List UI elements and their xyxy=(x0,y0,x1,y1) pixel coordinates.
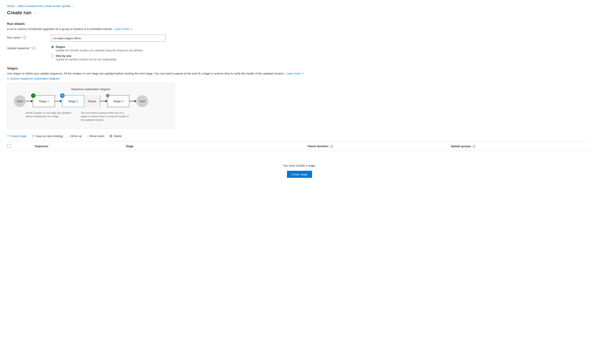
update-sequence-info-icon[interactable]: i xyxy=(32,47,35,50)
annot-left: All the clusters in one stage are update… xyxy=(26,111,72,122)
stage3-node: Stage 3 xyxy=(107,95,129,107)
stages-learn-more[interactable]: Learn more xyxy=(286,72,301,75)
run-details-desc: A run is used to orchestrate upgrades fo… xyxy=(7,27,592,31)
one-by-one-option[interactable]: One by one Update all member clusters on… xyxy=(51,54,143,61)
move-up-button[interactable]: ↑ Move up xyxy=(66,133,84,139)
stages-title: Stages xyxy=(7,66,592,70)
run-name-input[interactable] xyxy=(51,35,166,42)
run-name-label: Run name * i xyxy=(7,35,51,39)
explore-diagram-toggle[interactable]: ∧ Explore sequence explanation diagram xyxy=(7,77,592,80)
empty-state: You must include a stage. Create stage xyxy=(7,151,592,187)
header-sequence: Sequence xyxy=(33,142,124,151)
empty-state-cell: You must include a stage. Create stage xyxy=(7,151,592,187)
delete-button[interactable]: 🗑 Delete xyxy=(107,133,124,139)
header-pause: Pause duration i xyxy=(306,142,449,151)
one-by-one-desc: Update all member clusters one by one se… xyxy=(56,58,117,61)
stage1-node-wrapper: ✓ Stage 1 xyxy=(33,95,55,107)
stage1-badge: ✓ xyxy=(31,93,35,98)
update-sequence-row: Update sequence * i Stages Update the me… xyxy=(7,45,592,61)
breadcrumb-fleet[interactable]: fleet-consistent-test | Multi-cluster up… xyxy=(18,4,70,8)
diagram-annotations: All the clusters in one stage are update… xyxy=(14,111,167,122)
run-name-field[interactable] xyxy=(51,35,166,42)
stage1-node: Stage 1 xyxy=(33,95,55,107)
empty-state-message: You must include a stage. xyxy=(11,164,588,167)
move-up-label: Move up xyxy=(71,134,82,138)
page-title: Create run xyxy=(7,10,31,16)
arrow-2 xyxy=(55,100,62,102)
run-details-title: Run details xyxy=(7,22,592,26)
page-title-row: Create run ··· xyxy=(7,10,592,16)
start-node-wrapper: Start xyxy=(14,95,26,107)
explore-link-label: Explore sequence explanation diagram xyxy=(10,77,60,80)
move-down-icon: ↓ xyxy=(87,134,88,138)
update-sequence-label: Update sequence * i xyxy=(7,45,51,50)
update-sequence-options: Stages Update the member clusters you se… xyxy=(51,45,143,61)
ellipsis-menu[interactable]: ··· xyxy=(34,10,37,15)
empty-state-row: You must include a stage. Create stage xyxy=(7,151,592,187)
move-up-icon: ↑ xyxy=(68,134,70,138)
plus-icon: + xyxy=(7,134,9,138)
save-strategy-label: Save as new strategy xyxy=(36,134,63,138)
run-details-learn-more[interactable]: Learn more xyxy=(115,27,129,31)
stage2-node-wrapper: ↻ Stage 2 Pause xyxy=(62,95,100,107)
table-body: You must include a stage. Create stage xyxy=(7,151,592,187)
end-node-wrapper: End xyxy=(136,95,148,107)
end-node: End xyxy=(136,95,148,107)
stages-description: Use stages to define your update sequenc… xyxy=(7,72,592,75)
stages-radio-desc: Update the member clusters you selected … xyxy=(56,49,143,52)
one-by-one-label: One by one xyxy=(56,54,117,58)
pause-info-icon[interactable]: i xyxy=(330,145,333,148)
one-by-one-radio[interactable] xyxy=(51,55,54,58)
diagram-flow: Start ✓ Stage 1 ↻ Stage 2 Pause xyxy=(14,95,167,107)
create-stage-toolbar-button[interactable]: + Create stage xyxy=(7,133,29,139)
chevron-up-icon: ∧ xyxy=(7,77,9,80)
stages-section: Stages Use stages to define your update … xyxy=(7,66,592,187)
move-down-label: Move down xyxy=(90,134,104,138)
run-name-info-icon[interactable]: i xyxy=(23,36,26,39)
stages-toolbar: + Create stage ⬡ Save as new strategy ↑ … xyxy=(7,133,592,142)
annot-right: You can insert a pause at the end of a s… xyxy=(81,111,129,122)
stages-radio[interactable] xyxy=(51,46,54,48)
arrow-4 xyxy=(129,100,136,102)
create-stage-empty-button[interactable]: Create stage xyxy=(287,171,312,178)
delete-label: Delete xyxy=(114,134,122,138)
stages-table: Sequence Stage Pause duration i Update g… xyxy=(7,142,592,187)
update-sequence-required: * xyxy=(30,46,32,50)
create-stage-toolbar-label: Create stage xyxy=(10,134,26,138)
arrow-3 xyxy=(100,100,107,102)
move-down-button[interactable]: ↓ Move down xyxy=(84,133,107,139)
update-groups-info-icon[interactable]: i xyxy=(473,145,476,148)
start-node: Start xyxy=(14,95,26,107)
save-strategy-icon: ⬡ xyxy=(32,134,35,138)
arrow-1 xyxy=(26,100,33,102)
radio-group: Stages Update the member clusters you se… xyxy=(51,45,143,61)
breadcrumb: Home › fleet-consistent-test | Multi-clu… xyxy=(7,4,592,8)
stage2-badge: ↻ xyxy=(60,93,64,98)
table-header: Sequence Stage Pause duration i Update g… xyxy=(7,142,592,151)
header-update-groups: Update groups i xyxy=(449,142,592,151)
required-marker: * xyxy=(21,36,22,39)
breadcrumb-sep1: › xyxy=(16,4,17,8)
diagram-title: Sequence explanation diagram xyxy=(14,88,167,91)
stages-radio-label: Stages xyxy=(56,45,143,48)
pause-label: Pause xyxy=(84,95,100,107)
header-checkbox-cell xyxy=(7,142,33,151)
stage3-badge xyxy=(106,94,109,98)
stage2-pause-node: Stage 2 Pause xyxy=(62,95,100,107)
breadcrumb-sep2: › xyxy=(72,4,73,8)
stages-option[interactable]: Stages Update the member clusters you se… xyxy=(51,45,143,52)
external-link-icon: ↗ xyxy=(130,28,132,30)
sequence-diagram: Sequence explanation diagram Start ✓ Sta… xyxy=(7,83,174,128)
delete-icon: 🗑 xyxy=(109,134,112,138)
save-strategy-button[interactable]: ⬡ Save as new strategy xyxy=(29,133,66,139)
stage2-label: Stage 2 xyxy=(62,95,84,107)
run-name-row: Run name * i xyxy=(7,35,592,42)
select-all-checkbox[interactable] xyxy=(7,144,10,148)
header-stage: Stage xyxy=(124,142,306,151)
stages-external-link-icon: ↗ xyxy=(302,72,304,75)
stage3-node-wrapper: Stage 3 xyxy=(107,95,129,107)
breadcrumb-home[interactable]: Home xyxy=(7,4,15,8)
